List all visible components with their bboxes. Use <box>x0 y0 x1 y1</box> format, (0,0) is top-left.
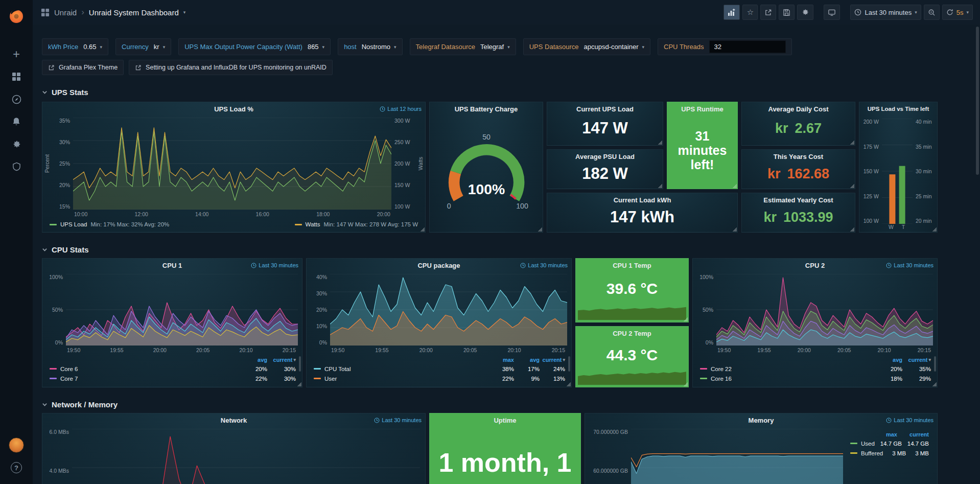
legend-sort-avg[interactable]: avg <box>239 357 267 363</box>
legend-sort-max[interactable]: max <box>866 431 897 437</box>
cpu-threads-input[interactable] <box>709 40 786 53</box>
dashboard-dropdown-caret-icon[interactable]: ▾ <box>183 10 186 15</box>
panel-title[interactable]: UPS Battery Charge <box>455 105 518 113</box>
legend-row-core22[interactable]: Core 22 20% 35% <box>700 364 931 374</box>
panel-title[interactable]: CPU 1 <box>162 262 182 269</box>
breadcrumb-org[interactable]: Unraid <box>54 8 77 17</box>
series-color-dash <box>314 368 321 370</box>
clock-icon <box>251 263 256 268</box>
section-header-network-memory[interactable]: Network / Memory <box>42 400 980 409</box>
currency-prefix: kr <box>767 166 781 182</box>
panel-title[interactable]: Current UPS Load <box>576 105 634 113</box>
legend-row-cpu-total[interactable]: CPU Total 38% 17% 24% <box>314 364 565 374</box>
legend-row-used[interactable]: Used 14.7 GB 14.7 GB <box>850 439 929 448</box>
compass-icon <box>12 95 21 104</box>
section-header-cpu-stats[interactable]: CPU Stats <box>42 245 980 254</box>
sidebar-item-server-admin[interactable] <box>5 155 28 178</box>
panel-title[interactable]: CPU 2 <box>805 262 825 269</box>
sidebar-item-alerting[interactable] <box>5 110 28 133</box>
y-axis-ticks-left: 200 W 175 W 150 W 125 W 100 W <box>860 119 882 224</box>
legend-item-watts[interactable]: Watts Min: 147 W Max: 278 W Avg: 175 W <box>295 221 418 227</box>
user-avatar[interactable] <box>5 434 28 456</box>
legend-sort-current[interactable]: current▾ <box>540 357 565 363</box>
time-range-picker[interactable]: Last 30 minutes ▾ <box>850 5 921 20</box>
breadcrumb-dashboard-title[interactable]: Unraid System Dashboard <box>89 8 179 17</box>
legend-row-buffered[interactable]: Buffered 3 MB 3 MB <box>850 448 929 458</box>
network-chart[interactable] <box>72 429 420 484</box>
cpu1-chart[interactable] <box>66 274 298 345</box>
grafana-logo[interactable] <box>5 4 28 28</box>
panel-title[interactable]: UPS Load % <box>214 105 253 113</box>
legend-scrollbar[interactable] <box>299 356 301 372</box>
variable-value-dropdown[interactable]: apcupsd-container▾ <box>584 43 645 51</box>
dashboard-link-plex-theme[interactable]: Grafana Plex Theme <box>42 60 124 75</box>
panel-title[interactable]: This Years Cost <box>774 153 823 160</box>
breadcrumb: Unraid › Unraid System Dashboard ▾ <box>41 7 185 17</box>
legend-scrollbar[interactable] <box>934 356 936 372</box>
legend-value: 3 MB <box>906 450 929 456</box>
panel-title[interactable]: Uptime <box>494 417 516 424</box>
panel-title[interactable]: Memory <box>749 417 774 424</box>
series-name: CPU Total <box>324 366 488 372</box>
cpu-package-chart[interactable] <box>330 274 567 345</box>
panel-title[interactable]: UPS Runtime <box>681 105 723 113</box>
chart-area: 40% 30% 20% 10% 0% <box>307 272 571 345</box>
load-vs-time-bars-chart[interactable] <box>882 119 913 224</box>
add-panel-button[interactable] <box>724 5 740 20</box>
legend-row-core6[interactable]: Core 6 20% 30% <box>50 364 296 374</box>
currency-prefix: kr <box>763 210 777 225</box>
save-dashboard-button[interactable] <box>779 5 795 20</box>
tick-label: 12:00 <box>135 211 148 217</box>
sidebar-item-explore[interactable] <box>5 88 28 110</box>
panel-title[interactable]: CPU 2 Temp <box>613 330 651 337</box>
time-override-label: Last 30 minutes <box>382 417 422 423</box>
tick-label: 200 W <box>394 160 417 167</box>
dashboard-grid-icon[interactable] <box>41 8 50 17</box>
legend-sort-max[interactable]: max <box>488 357 514 363</box>
grafana-flame-icon <box>8 7 25 25</box>
refresh-button[interactable]: 5s ▾ <box>942 5 973 20</box>
dashboard-settings-button[interactable] <box>797 5 813 20</box>
dashboard-link-ups-guide[interactable]: Setting up Grafana and InfluxDB for UPS … <box>129 60 333 75</box>
legend-sort-avg[interactable]: avg <box>514 357 540 363</box>
panel-title[interactable]: UPS Load vs Time left <box>868 106 929 112</box>
gauge-value: 100% <box>468 181 504 197</box>
page-scrollbar[interactable] <box>976 27 979 175</box>
panel-title[interactable]: Average PSU Load <box>575 153 635 160</box>
variable-value-dropdown[interactable]: kr▾ <box>154 43 165 51</box>
section-header-ups-stats[interactable]: UPS Stats <box>42 88 980 97</box>
legend-row-core16[interactable]: Core 16 18% 29% <box>700 374 931 383</box>
variable-value-dropdown[interactable]: Nostromo▾ <box>362 43 396 51</box>
variable-value-dropdown[interactable]: Telegraf▾ <box>480 43 510 51</box>
panel-title[interactable]: Average Daily Cost <box>768 105 828 113</box>
cycle-view-mode-button[interactable] <box>824 5 840 20</box>
memory-chart[interactable] <box>631 429 843 484</box>
panel-title[interactable]: CPU 1 Temp <box>613 262 651 269</box>
zoom-out-time-button[interactable] <box>924 5 940 20</box>
legend-scrollbar[interactable] <box>568 356 570 372</box>
dashboards-icon <box>12 72 21 81</box>
variable-value-dropdown[interactable]: 0.65▾ <box>83 43 102 51</box>
legend-sort-avg[interactable]: avg <box>874 357 902 363</box>
legend-sort-current[interactable]: current▾ <box>267 357 296 363</box>
panel-title[interactable]: Current Load kWh <box>614 196 671 204</box>
ups-load-chart[interactable] <box>73 118 391 210</box>
legend-value: 3 MB <box>883 450 906 456</box>
variable-value-dropdown[interactable]: 865▾ <box>308 43 324 51</box>
sidebar-item-configuration[interactable] <box>5 133 28 155</box>
mark-favorite-button[interactable]: ☆ <box>742 5 758 20</box>
share-dashboard-button[interactable] <box>760 5 776 20</box>
sidebar-item-create[interactable]: + <box>5 43 28 65</box>
legend-row-user[interactable]: User 22% 9% 13% <box>314 374 565 383</box>
sidebar-item-dashboards[interactable] <box>5 65 28 88</box>
panel-title[interactable]: Network <box>221 417 247 424</box>
sidebar-item-help[interactable]: ? <box>5 456 28 479</box>
panel-title[interactable]: Estimated Yearly Cost <box>763 196 833 204</box>
legend-sort-current[interactable]: current <box>897 431 929 437</box>
tick-label: 20:15 <box>552 347 565 353</box>
cpu2-chart[interactable] <box>716 274 933 345</box>
legend-item-ups-load[interactable]: UPS Load Min: 17% Max: 32% Avg: 20% <box>50 221 169 227</box>
legend-row-core7[interactable]: Core 7 22% 30% <box>50 374 296 383</box>
legend-sort-current[interactable]: current▾ <box>902 357 931 363</box>
panel-title[interactable]: CPU package <box>417 262 460 269</box>
